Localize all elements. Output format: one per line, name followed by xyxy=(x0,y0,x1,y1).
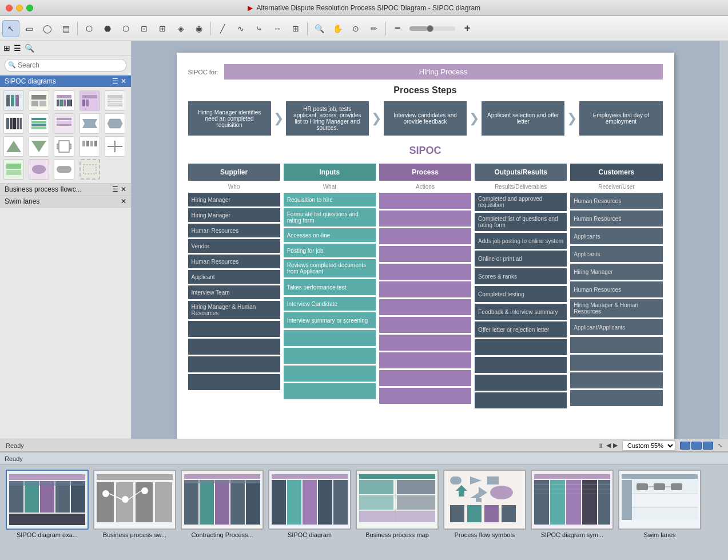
right-scrollbar[interactable] xyxy=(719,41,728,439)
panel-section-bpf-header[interactable]: Business process flowc... ☰ ✕ xyxy=(0,184,131,195)
sipoc-main-title: SIPOC xyxy=(188,145,663,157)
grid-view-icon[interactable]: ⊞ xyxy=(3,43,10,53)
thumbnail-bpm[interactable]: Business process map xyxy=(356,470,439,555)
next-btn[interactable]: ▶ xyxy=(613,442,618,449)
text-tool[interactable]: ▤ xyxy=(57,20,74,37)
prev-btn[interactable]: ◀ xyxy=(606,442,611,449)
svg-rect-12 xyxy=(70,100,72,106)
shape-item[interactable] xyxy=(29,136,49,157)
minimize-button[interactable] xyxy=(16,5,23,11)
shape-item[interactable] xyxy=(3,113,24,134)
shape-tool-6[interactable]: ◈ xyxy=(172,20,189,37)
zoom-in-btn[interactable]: + xyxy=(459,20,476,37)
bpf-close-icon[interactable]: ✕ xyxy=(121,185,126,193)
select-tool[interactable]: ↖ xyxy=(2,20,19,37)
shape-tool-3[interactable]: ⬡ xyxy=(117,20,134,37)
supplier-cell-4: Human Resources xyxy=(188,255,280,268)
thumbnail-swim-lanes[interactable]: Swim lanes xyxy=(618,470,701,555)
svg-rect-10 xyxy=(63,100,66,106)
svg-rect-41 xyxy=(86,141,89,146)
panel-section-swim-header[interactable]: Swim lanes ✕ xyxy=(0,196,131,207)
close-button[interactable] xyxy=(6,5,13,11)
process-steps-row: Hiring Manager identifies need an comple… xyxy=(188,101,663,136)
shape-tool-7[interactable]: ◉ xyxy=(190,20,208,37)
shape-item[interactable] xyxy=(79,90,100,111)
shape-item[interactable] xyxy=(79,113,100,134)
svg-rect-126 xyxy=(654,483,665,490)
shape-item[interactable] xyxy=(54,90,74,111)
panel-list-icon[interactable]: ☰ xyxy=(112,77,118,85)
resize-tool[interactable]: ↔ xyxy=(269,20,286,37)
list-view-icon[interactable]: ☰ xyxy=(14,43,21,53)
bpf-list-icon[interactable]: ☰ xyxy=(112,185,118,193)
connector-tool[interactable]: ⤷ xyxy=(250,20,268,37)
zoom-in-tool[interactable]: 🔍 xyxy=(311,20,328,37)
thumbnail-label-6: Process flow symbols xyxy=(455,531,515,538)
shape-item[interactable] xyxy=(54,113,74,134)
zoom-slider[interactable] xyxy=(409,26,455,31)
canvas-area[interactable]: SIPOC for: Hiring Process Process Steps … xyxy=(132,41,719,439)
shape-item[interactable] xyxy=(54,159,74,180)
thumbnail-business-process[interactable]: Business process sw... xyxy=(93,470,176,555)
customers-cell-6: Hiring Manager & Human Resources xyxy=(570,299,662,317)
thumbnail-contracting[interactable]: Contracting Process... xyxy=(181,470,264,555)
shape-item[interactable] xyxy=(29,159,49,180)
shape-tool-1[interactable]: ⬡ xyxy=(81,20,98,37)
connect-tool[interactable]: ⊙ xyxy=(347,20,364,37)
view-btn-3[interactable] xyxy=(703,442,713,450)
thumbnail-sipoc-example[interactable]: SIPOC diagram exa... xyxy=(6,470,89,555)
ellipse-tool[interactable]: ◯ xyxy=(39,20,56,37)
search-panel-icon[interactable]: 🔍 xyxy=(25,43,34,53)
process-arrow-3: ❯ xyxy=(469,111,479,126)
search-input[interactable] xyxy=(5,59,126,72)
view-btn-1[interactable] xyxy=(680,442,690,450)
supplier-cell-6: Interview Team xyxy=(188,285,280,299)
panel-section-sipoc-header[interactable]: SIPOC diagrams ☰ ✕ xyxy=(0,76,131,87)
rectangle-tool[interactable]: ▭ xyxy=(21,20,38,37)
zoom-select[interactable]: Custom 55% 25% 50% 75% 100% 150% xyxy=(622,440,675,451)
inputs-cell-8 xyxy=(284,330,376,346)
svg-rect-103 xyxy=(450,505,464,522)
zoom-out-btn[interactable]: − xyxy=(389,20,406,37)
swim-close-icon[interactable]: ✕ xyxy=(121,197,126,205)
shape-item[interactable] xyxy=(105,90,125,111)
line-tool[interactable]: ╱ xyxy=(214,20,231,37)
resize-handle[interactable]: ⤡ xyxy=(718,442,722,448)
thumbnail-process-flow[interactable]: Process flow symbols xyxy=(443,470,526,555)
customers-cell-4: Hiring Manager xyxy=(570,264,662,280)
pen-tool[interactable]: ✏ xyxy=(365,20,383,37)
sipoc-for-value: Hiring Process xyxy=(224,64,663,80)
pan-tool[interactable]: ✋ xyxy=(329,20,346,37)
shape-item[interactable] xyxy=(3,90,24,111)
shape-item[interactable] xyxy=(29,113,49,134)
svg-rect-112 xyxy=(582,480,597,525)
svg-rect-120 xyxy=(622,494,698,506)
shape-item[interactable] xyxy=(105,113,125,134)
shape-item[interactable] xyxy=(54,136,74,157)
shape-tool-4[interactable]: ⊡ xyxy=(136,20,153,37)
shape-item[interactable] xyxy=(79,136,100,157)
shape-item[interactable] xyxy=(3,159,24,180)
thumbnail-img-7 xyxy=(531,470,614,530)
inputs-cell-10 xyxy=(284,366,376,382)
shape-item[interactable] xyxy=(3,136,24,157)
thumbnail-sipoc-diagram[interactable]: SIPOC diagram xyxy=(268,470,351,555)
svg-rect-61 xyxy=(97,474,173,480)
shape-item[interactable] xyxy=(79,159,100,180)
pause-btn[interactable]: ⏸ xyxy=(598,442,604,449)
svg-rect-80 xyxy=(272,474,348,479)
group-tool[interactable]: ⊞ xyxy=(287,20,304,37)
thumbnail-sipoc-sym[interactable]: SIPOC diagram sym... xyxy=(531,470,614,555)
thumbnail-label-7: SIPOC diagram sym... xyxy=(541,531,603,538)
curve-tool[interactable]: ∿ xyxy=(232,20,249,37)
panel-close-icon[interactable]: ✕ xyxy=(121,77,126,85)
shape-item[interactable] xyxy=(105,136,125,157)
process-cell-2 xyxy=(379,228,471,244)
view-btn-2[interactable] xyxy=(691,442,702,450)
bottom-panel: Ready SIPOC diagram exa... xyxy=(0,451,728,560)
shape-tool-5[interactable]: ⊞ xyxy=(154,20,171,37)
maximize-button[interactable] xyxy=(26,5,33,11)
shape-tool-2[interactable]: ⬣ xyxy=(99,20,116,37)
svg-rect-88 xyxy=(359,480,393,494)
shape-item[interactable] xyxy=(29,90,49,111)
